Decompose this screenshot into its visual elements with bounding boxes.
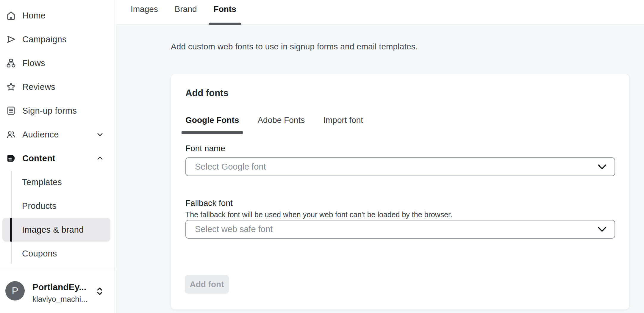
- sidebar-item-label: Coupons: [22, 249, 57, 259]
- sidebar-item-label: Images & brand: [22, 225, 84, 235]
- font-source-tabs: Google Fonts Adobe Fonts Import font: [185, 115, 382, 126]
- tab-label: Images: [131, 4, 158, 14]
- add-font-button[interactable]: Add font: [185, 275, 229, 294]
- sidebar-item-audience[interactable]: Audience: [0, 123, 115, 146]
- sidebar-item-label: Campaigns: [22, 35, 67, 44]
- sidebar-item-label: Templates: [22, 177, 62, 187]
- select-placeholder: Select web safe font: [195, 224, 273, 234]
- avatar[interactable]: P: [5, 281, 25, 301]
- sidebar-nav: Home Campaigns Flows Reviews Sign-up for: [0, 4, 115, 170]
- tab-label: Adobe Fonts: [257, 115, 305, 125]
- sidebar-item-images-brand[interactable]: Images & brand: [2, 218, 110, 242]
- sidebar-item-reviews[interactable]: Reviews: [0, 75, 115, 99]
- sidebar-item-home[interactable]: Home: [0, 4, 115, 27]
- tab-images[interactable]: Images: [131, 0, 158, 25]
- sidebar-item-templates[interactable]: Templates: [2, 170, 110, 194]
- tab-label: Google Fonts: [185, 115, 239, 125]
- select-placeholder: Select Google font: [195, 162, 266, 172]
- tab-adobe-fonts[interactable]: Adobe Fonts: [257, 115, 305, 126]
- sidebar-item-signup-forms[interactable]: Sign-up forms: [0, 99, 115, 123]
- page-description: Add custom web fonts to use in signup fo…: [171, 42, 418, 51]
- sidebar-item-label: Flows: [22, 58, 45, 68]
- page-tab-bar: Images Brand Fonts: [116, 0, 644, 25]
- account-org: klaviyo_machi...: [32, 295, 92, 304]
- tab-google-fonts[interactable]: Google Fonts: [185, 115, 239, 126]
- unfold-chevrons-icon[interactable]: [93, 285, 106, 298]
- sidebar-item-label: Products: [22, 201, 57, 211]
- add-fonts-card: Add fonts Google Fonts Adobe Fonts Impor…: [171, 74, 629, 310]
- star-icon: [6, 82, 16, 92]
- sidebar-item-content[interactable]: Content: [0, 146, 115, 170]
- sidebar-item-coupons[interactable]: Coupons: [2, 242, 110, 265]
- font-name-label: Font name: [185, 144, 225, 153]
- home-icon: [6, 10, 16, 21]
- tab-brand[interactable]: Brand: [175, 0, 197, 25]
- sidebar-item-campaigns[interactable]: Campaigns: [0, 27, 115, 51]
- audience-people-icon: [6, 129, 16, 140]
- sidebar-item-label: Home: [22, 11, 46, 21]
- sidebar-subnav-content: Templates Products Images & brand Coupon…: [0, 170, 115, 265]
- chevron-down-icon: [597, 226, 607, 233]
- chevron-down-icon: [96, 130, 104, 139]
- tab-fonts[interactable]: Fonts: [214, 0, 236, 25]
- fallback-font-helper: The fallback font will be used when your…: [185, 210, 452, 219]
- sidebar-item-label: Sign-up forms: [22, 106, 77, 116]
- sidebar-item-products[interactable]: Products: [2, 194, 110, 218]
- active-indicator-bar: [10, 218, 12, 242]
- card-title: Add fonts: [185, 88, 229, 98]
- tab-label: Brand: [175, 4, 197, 14]
- chevron-up-icon: [96, 154, 104, 163]
- sidebar-item-label: Reviews: [22, 82, 55, 92]
- paper-plane-icon: [6, 34, 16, 44]
- sidebar-item-label: Audience: [22, 130, 59, 140]
- sidebar-item-flows[interactable]: Flows: [0, 51, 115, 75]
- active-tab-underline: [182, 131, 243, 134]
- fallback-font-select[interactable]: Select web safe font: [185, 220, 615, 239]
- tab-label: Import font: [323, 115, 363, 125]
- form-document-icon: [6, 106, 16, 116]
- font-name-select[interactable]: Select Google font: [185, 157, 615, 176]
- tab-label: Fonts: [214, 4, 236, 14]
- flow-chart-icon: [6, 58, 16, 68]
- sidebar-item-label: Content: [22, 154, 55, 163]
- fallback-font-label: Fallback font: [185, 198, 233, 208]
- content-book-icon: [6, 153, 16, 163]
- main-content: Add custom web fonts to use in signup fo…: [116, 25, 644, 313]
- tab-import-font[interactable]: Import font: [323, 115, 363, 126]
- chevron-down-icon: [597, 164, 607, 170]
- sidebar: Home Campaigns Flows Reviews Sign-up for: [0, 0, 115, 313]
- account-name: PortlandEy...: [32, 282, 89, 292]
